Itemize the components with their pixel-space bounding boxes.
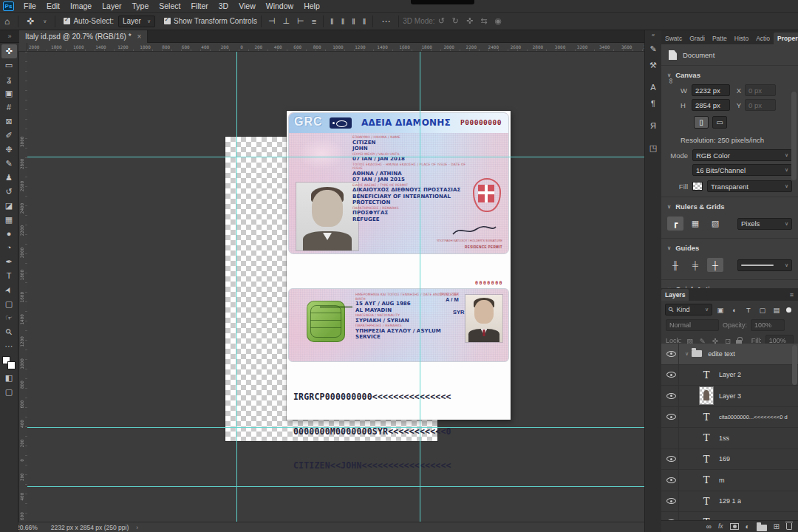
layer-row[interactable]: Layer 3 (661, 386, 798, 407)
menu-select[interactable]: Select (154, 1, 185, 10)
history-brush-tool[interactable]: ↺ (1, 185, 17, 199)
distribute-horizontal-icon[interactable]: ‖ (338, 17, 348, 26)
layer-filter-kind-dropdown[interactable]: ⚲ Kind ∨ (665, 304, 712, 316)
ruler-origin-corner[interactable] (18, 43, 27, 52)
layers-panel-menu-icon[interactable]: ≡ (785, 291, 798, 301)
eye-toggle[interactable] (664, 449, 679, 470)
crop-tool[interactable]: # (1, 100, 17, 115)
height-input[interactable]: 2854 px (692, 99, 730, 111)
layer-row-group[interactable]: ∨ edite text (661, 344, 798, 365)
menu-3d[interactable]: 3D (214, 1, 233, 10)
landscape-orientation-button[interactable]: ▭ (712, 116, 727, 129)
color-swatches[interactable] (2, 356, 16, 369)
tab-layers[interactable]: Layers (661, 289, 689, 301)
canvas-area[interactable]: GRC ΑΔΕΙΑ ΔΙΑΜΟΝΗΣ P00000000 ΕΠΩΝΥΜΟ / Ο… (27, 52, 644, 522)
layer-name[interactable]: cita0000000...<<<<<<<<0 d (719, 414, 788, 420)
layer-name[interactable]: Layer 2 (719, 371, 741, 378)
tab-history[interactable]: Histo (731, 33, 752, 44)
new-group-icon[interactable] (757, 525, 767, 531)
horizontal-ruler[interactable]: 2000 1800 1600 1400 1200 1000 800 600 40… (27, 43, 644, 52)
tab-overflow-icon[interactable]: » (0, 30, 19, 42)
rulers-grids-section-header[interactable]: ∨ Rulers & Grids (661, 197, 798, 214)
menu-window[interactable]: Window (261, 1, 299, 10)
eye-toggle[interactable] (664, 344, 679, 364)
distribute-right-icon[interactable]: ‖ (360, 17, 369, 26)
clone-source-panel-icon[interactable]: ⚒ (647, 57, 661, 73)
tab-properties[interactable]: Properties (774, 33, 798, 44)
zoom-level-field[interactable]: 20.66% (16, 524, 38, 531)
pen-tool[interactable]: ✒ (1, 255, 17, 269)
gradient-tool[interactable]: ▦ (1, 213, 17, 227)
color-mode-dropdown[interactable]: RGB Color ∨ (692, 149, 792, 161)
clone-stamp-tool[interactable]: ♟ (1, 171, 17, 185)
frame-tool[interactable]: ⊠ (1, 115, 17, 129)
guide-style-dropdown[interactable]: ∨ (737, 259, 792, 271)
background-color-swatch[interactable] (7, 361, 16, 369)
auto-select-checkbox[interactable] (64, 18, 70, 24)
tool-preset-chevron-icon[interactable]: ∨ (38, 18, 51, 24)
menu-file[interactable]: File (18, 1, 41, 10)
brush-settings-panel-icon[interactable]: ✎ (647, 41, 661, 57)
link-layers-icon[interactable]: ∞ (706, 523, 712, 531)
move-tool-icon[interactable]: ✜ (22, 16, 38, 27)
link-dimensions-icon[interactable]: ∞ (667, 78, 675, 83)
layer-row[interactable]: T 01.01.1990 (661, 512, 798, 520)
add-mask-icon[interactable] (730, 523, 739, 530)
dodge-tool[interactable]: ◔ (1, 241, 17, 255)
blur-tool[interactable]: ● (1, 227, 17, 241)
layer-name[interactable]: Layer 3 (719, 392, 741, 400)
menu-view[interactable]: View (233, 1, 261, 10)
tab-patterns[interactable]: Patte (709, 33, 731, 44)
group-expand-chevron-icon[interactable]: ∨ (685, 351, 689, 357)
vertical-guide[interactable] (236, 52, 237, 522)
toggle-rulers-button[interactable]: ┏ (667, 216, 683, 231)
rectangular-marquee-tool[interactable]: ▭ (1, 58, 17, 72)
menu-help[interactable]: Help (299, 1, 325, 10)
distribute-left-icon[interactable]: ‖ (349, 17, 358, 26)
layer-style-icon[interactable]: fx (718, 523, 723, 530)
horizontal-guide[interactable] (27, 486, 644, 487)
eyedropper-tool[interactable]: ✐ (1, 129, 17, 143)
toggle-snap-button[interactable]: ▧ (707, 216, 723, 231)
bit-depth-dropdown[interactable]: 16 Bits/Channel ∨ (692, 164, 792, 176)
quick-actions-section-header[interactable]: ∨ Quick Actions (661, 280, 798, 288)
layer-row[interactable]: T Layer 2 (661, 365, 798, 386)
vertical-guide[interactable] (420, 52, 420, 522)
move-tool[interactable]: ✜ (1, 44, 17, 58)
filter-adjustment-layers-icon[interactable]: ◐ (729, 304, 740, 316)
tab-actions[interactable]: Actio (752, 33, 774, 44)
width-input[interactable]: 2232 px (692, 84, 730, 96)
path-selection-tool[interactable]: ➤ (1, 283, 17, 297)
canvas-section-header[interactable]: ∨ Canvas (661, 66, 798, 83)
layer-name[interactable]: 129 1 a (719, 497, 741, 505)
layer-row[interactable]: T 169 (661, 449, 798, 471)
hand-tool[interactable]: ☞ (1, 311, 17, 325)
align-left-icon[interactable]: ⊣ (265, 16, 279, 26)
zoom-tool[interactable]: ⚲ (1, 325, 17, 339)
properties-scrollbar[interactable] (791, 92, 797, 180)
filter-smart-objects-icon[interactable]: ▤ (771, 304, 782, 316)
horizontal-guide[interactable] (27, 427, 644, 428)
toggle-grid-button[interactable]: ▦ (687, 216, 703, 231)
document-tab[interactable]: Italy id.psd @ 20.7% (RGB/16) * × (19, 30, 148, 43)
align-center-icon[interactable]: ⊥ (279, 16, 293, 26)
tab-gradients[interactable]: Gradi (686, 33, 709, 44)
layer-row[interactable]: T cita0000000...<<<<<<<<0 d (661, 407, 798, 429)
home-icon[interactable]: ⌂ (0, 16, 14, 27)
align-top-icon[interactable]: ≡ (309, 17, 319, 26)
filter-shape-layers-icon[interactable]: ▢ (757, 304, 768, 316)
tab-swatches[interactable]: Swatc (661, 33, 686, 44)
eye-toggle[interactable] (664, 365, 679, 386)
vertical-ruler[interactable]: 600 400 200 0 200 400 600 800 1000 1200 … (18, 52, 27, 522)
type-tool[interactable]: T (1, 269, 17, 283)
layer-row[interactable]: T m (661, 470, 798, 491)
adjustment-layer-icon[interactable]: ◐ (746, 523, 750, 531)
libraries-panel-icon[interactable]: ◳ (647, 140, 661, 156)
toggle-guides-button[interactable]: ╫ (667, 258, 683, 272)
eye-toggle[interactable] (664, 491, 679, 512)
close-tab-icon[interactable]: × (137, 33, 142, 41)
filter-pixel-layers-icon[interactable]: ▣ (715, 304, 726, 316)
menu-image[interactable]: Image (65, 1, 97, 10)
more-options-icon[interactable]: ⋯ (377, 16, 395, 27)
paragraph-panel-icon[interactable]: ¶ (647, 95, 661, 112)
